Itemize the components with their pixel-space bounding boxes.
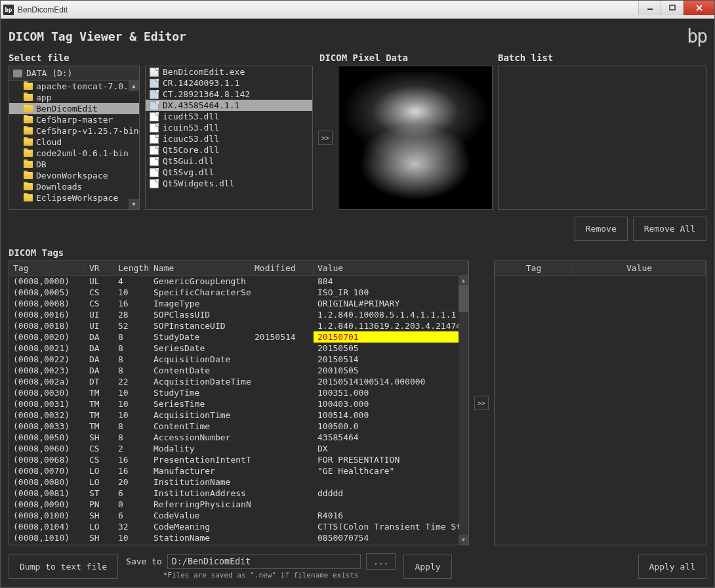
tree-item[interactable]: DevonWorkspace	[9, 170, 139, 181]
app-icon: bp	[3, 5, 14, 15]
dump-button[interactable]: Dump to text file	[9, 555, 118, 579]
tree-item[interactable]: CefSharp-master	[9, 114, 139, 125]
cell-name: InstitutionAddress	[150, 488, 251, 499]
file-item[interactable]: Qt5Svg.dll	[146, 167, 312, 178]
file-item[interactable]: CT.28921364.8.142	[146, 89, 312, 100]
batch-list-label: Batch list	[498, 52, 553, 63]
remove-button[interactable]: Remove	[575, 217, 628, 241]
scroll-up-button[interactable]: ▲	[129, 81, 139, 91]
table-row[interactable]: (0008,0018)UI52SOPInstanceUID1.2.840.113…	[9, 320, 468, 331]
maximize-button[interactable]	[661, 1, 683, 15]
table-row[interactable]: (0008,0008)CS16ImageTypeORIGINAL#PRIMARY	[9, 298, 468, 309]
window-title: BenDicomEdit	[18, 5, 68, 14]
cell-tag: (0008,002a)	[9, 376, 85, 387]
file-item[interactable]: icuuc53.dll	[146, 133, 312, 144]
col-name[interactable]: Name	[150, 261, 251, 275]
table-row[interactable]: (0008,0031)TM10SeriesTime100403.000	[9, 398, 468, 410]
minimize-button[interactable]	[638, 1, 661, 15]
file-item[interactable]: BenDicomEdit.exe	[146, 66, 312, 77]
file-item[interactable]: DX.43585464.1.1	[146, 100, 312, 111]
table-row[interactable]: (0008,0022)DA8AcquisitionDate20150514	[9, 354, 468, 365]
table-row[interactable]: (0008,1010)SH10StationName0850070754	[9, 532, 468, 543]
tree-item[interactable]: DB	[9, 159, 139, 170]
table-row[interactable]: (0008,0032)TM10AcquisitionTime100514.000	[9, 410, 468, 421]
tree-item[interactable]: EclipseWorkspace	[9, 192, 139, 203]
file-item[interactable]: Qt5Core.dll	[146, 144, 312, 156]
cell-name: InstitutionName	[150, 476, 251, 488]
cell-tag: (0008,0050)	[9, 432, 85, 443]
tree-item[interactable]: CefSharp-v1.25.7-bina…	[9, 125, 139, 136]
scrollbar-up-icon[interactable]: ▲	[459, 276, 468, 285]
table-row[interactable]: (0008,0100)SH6CodeValueR4016	[9, 510, 468, 521]
brand-logo: bp	[687, 26, 706, 47]
table-row[interactable]: (0008,0050)SH8AccessionNumber43585464	[9, 432, 468, 443]
cell-modified	[251, 499, 314, 510]
browse-button[interactable]: ...	[366, 553, 396, 570]
tree-item-label: apache-tomcat-7.0.53	[36, 81, 139, 91]
cell-name: SpecificCharacterSet	[150, 287, 251, 298]
cell-length: 20	[114, 476, 150, 488]
cell-length: 10	[114, 287, 150, 298]
col-modified[interactable]: Modified	[251, 261, 314, 275]
table-row[interactable]: (0008,0070)LO16Manufacturer"GE Healthcar…	[9, 465, 468, 476]
cell-tag: (0008,0008)	[9, 298, 85, 309]
save-path-input[interactable]	[167, 554, 361, 569]
dicom-tags-label: DICOM Tags	[9, 247, 706, 258]
table-row[interactable]: (0008,0030)TM10StudyTime100351.000	[9, 387, 468, 398]
drive-selector[interactable]: DATA (D:)	[9, 66, 139, 81]
scroll-down-button[interactable]: ▼	[129, 199, 139, 209]
table-row[interactable]: (0008,0016)UI28SOPClassUID1.2.840.10008.…	[9, 309, 468, 320]
table-row[interactable]: (0008,0068)CS16PresentationIntentTypeFOR…	[9, 454, 468, 465]
col-tag[interactable]: Tag	[9, 261, 85, 275]
table-row[interactable]: (0008,0060)CS2ModalityDX	[9, 443, 468, 454]
cell-vr: UI	[85, 320, 114, 331]
table-row[interactable]: (0008,0080)LO20InstitutionName	[9, 476, 468, 488]
rcol-tag[interactable]: Tag	[495, 261, 573, 275]
col-value[interactable]: Value	[314, 261, 468, 275]
file-item[interactable]: Qt5Widgets.dll	[146, 178, 312, 189]
table-row[interactable]: (0008,0021)DA8SeriesDate20150505	[9, 343, 468, 354]
tree-item[interactable]: Downloads	[9, 181, 139, 192]
tree-item[interactable]: BenDicomEdit	[9, 103, 139, 114]
table-row[interactable]: (0008,0090)PN0ReferringPhysicianName	[9, 499, 468, 510]
move-tag-right-button[interactable]: >>	[474, 396, 489, 410]
file-icon	[150, 123, 159, 133]
table-row[interactable]: (0008,002a)DT22AcquisitionDateTime201505…	[9, 376, 468, 387]
rcol-value[interactable]: Value	[573, 261, 706, 275]
remove-all-button[interactable]: Remove All	[633, 217, 706, 241]
add-to-batch-button[interactable]: >>	[318, 131, 333, 145]
col-length[interactable]: Length	[114, 261, 150, 275]
cell-value: 20150505	[314, 343, 468, 354]
table-row[interactable]: (0008,0104)LO32CodeMeaningCTTS(Colon Tra…	[9, 521, 468, 532]
folder-icon	[24, 105, 33, 112]
tree-item[interactable]: app	[9, 92, 139, 103]
table-scrollbar[interactable]: ▲ ▼	[459, 276, 468, 545]
tree-item[interactable]: Cloud	[9, 136, 139, 148]
cell-tag: (0008,0021)	[9, 343, 85, 354]
table-row[interactable]: (0008,0000)UL4GenericGroupLength884	[9, 276, 468, 287]
table-row[interactable]: (0008,1030)LO32StudyDescriptionCTTS(Colo…	[9, 543, 468, 545]
tree-item[interactable]: code2uml-0.6.1-bin	[9, 148, 139, 159]
tree-item-label: Cloud	[36, 137, 62, 147]
cell-modified	[251, 488, 314, 499]
scrollbar-thumb[interactable]	[459, 285, 468, 312]
cell-length: 6	[114, 510, 150, 521]
cell-name: StudyTime	[150, 387, 251, 398]
file-item[interactable]: icuin53.dll	[146, 122, 312, 133]
table-row[interactable]: (0008,0020)DA8StudyDate2015051420150701	[9, 331, 468, 343]
scrollbar-down-icon[interactable]: ▼	[459, 535, 468, 545]
table-row[interactable]: (0008,0033)TM8ContentTime100500.0	[9, 421, 468, 432]
table-row[interactable]: (0008,0023)DA8ContentDate20010505	[9, 365, 468, 376]
table-row[interactable]: (0008,0081)ST6InstitutionAddressddddd	[9, 488, 468, 499]
col-vr[interactable]: VR	[85, 261, 114, 275]
close-button[interactable]	[683, 1, 714, 15]
cell-value: 1.2.840.113619.2.203.4.214748364…	[314, 320, 468, 331]
table-row[interactable]: (0008,0005)CS10SpecificCharacterSetISO_I…	[9, 287, 468, 298]
apply-button[interactable]: Apply	[403, 555, 451, 579]
file-item[interactable]: CR.14240093.1.1	[146, 77, 312, 89]
tree-item[interactable]: apache-tomcat-7.0.53	[9, 81, 139, 92]
file-item[interactable]: Qt5Gui.dll	[146, 156, 312, 167]
apply-all-button[interactable]: Apply all	[638, 555, 706, 579]
file-item[interactable]: icudt53.dll	[146, 111, 312, 122]
cell-value: 100351.000	[314, 387, 468, 398]
